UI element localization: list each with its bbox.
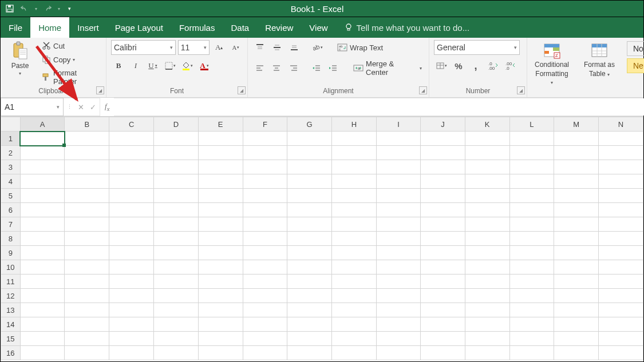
cell[interactable]	[554, 260, 599, 275]
cell[interactable]	[243, 275, 287, 289]
cell[interactable]	[287, 346, 332, 360]
cell[interactable]	[554, 132, 599, 146]
cell[interactable]	[332, 303, 377, 317]
align-middle-icon[interactable]	[270, 40, 285, 55]
cell[interactable]	[109, 332, 154, 346]
cell[interactable]	[332, 346, 377, 360]
cell[interactable]	[287, 189, 332, 203]
cell[interactable]	[109, 246, 154, 260]
cell[interactable]	[332, 232, 377, 246]
redo-icon[interactable]	[43, 4, 52, 13]
cell[interactable]	[154, 275, 199, 289]
cell[interactable]	[509, 289, 554, 303]
cell[interactable]	[65, 260, 109, 275]
cell[interactable]	[287, 289, 332, 303]
cell[interactable]	[554, 203, 599, 217]
cell[interactable]	[287, 217, 332, 232]
cell[interactable]	[554, 217, 599, 232]
cell[interactable]	[509, 317, 554, 332]
row-header[interactable]: 11	[1, 275, 21, 289]
cell[interactable]	[421, 189, 465, 203]
cell[interactable]	[287, 174, 332, 189]
undo-icon[interactable]	[20, 4, 29, 13]
cell[interactable]	[154, 303, 199, 317]
cell[interactable]	[65, 203, 109, 217]
cell-style-normal[interactable]: Normal	[627, 41, 644, 56]
decrease-indent-icon[interactable]	[309, 61, 324, 75]
accounting-format-button[interactable]: ▾	[434, 58, 449, 73]
cell[interactable]	[20, 332, 65, 346]
cell[interactable]	[332, 289, 377, 303]
cell[interactable]	[287, 203, 332, 217]
cell[interactable]	[20, 203, 65, 217]
cell[interactable]	[509, 203, 554, 217]
cell[interactable]	[376, 174, 420, 189]
cell[interactable]	[421, 217, 465, 232]
orientation-button[interactable]: ab▾	[310, 40, 325, 55]
cell[interactable]	[243, 160, 287, 174]
cell[interactable]	[465, 289, 509, 303]
tab-page-layout[interactable]: Page Layout	[107, 17, 171, 38]
cell[interactable]	[65, 275, 109, 289]
cell[interactable]	[65, 346, 109, 360]
cell[interactable]	[198, 160, 243, 174]
cell[interactable]	[465, 275, 509, 289]
cell[interactable]	[109, 346, 154, 360]
cell[interactable]	[421, 346, 465, 360]
cell[interactable]	[421, 260, 465, 275]
row-header[interactable]: 15	[1, 332, 21, 346]
cell[interactable]	[599, 260, 643, 275]
column-header[interactable]: F	[243, 117, 287, 132]
cell[interactable]	[20, 246, 65, 260]
cell[interactable]	[554, 289, 599, 303]
cell[interactable]	[421, 275, 465, 289]
cell[interactable]	[599, 232, 643, 246]
cell[interactable]	[421, 246, 465, 260]
cell[interactable]	[509, 174, 554, 189]
cell[interactable]	[332, 203, 377, 217]
cell[interactable]	[287, 232, 332, 246]
row-header[interactable]: 3	[1, 160, 21, 174]
column-header[interactable]: A	[20, 117, 65, 132]
cell[interactable]	[109, 217, 154, 232]
cell[interactable]	[599, 289, 643, 303]
cell[interactable]	[243, 289, 287, 303]
cell[interactable]	[376, 332, 420, 346]
cell[interactable]	[599, 246, 643, 260]
cell[interactable]	[376, 189, 420, 203]
cell[interactable]	[376, 260, 420, 275]
row-header[interactable]: 9	[1, 246, 21, 260]
cell[interactable]	[421, 303, 465, 317]
cell[interactable]	[421, 332, 465, 346]
row-header[interactable]: 8	[1, 232, 21, 246]
column-header[interactable]: N	[599, 117, 643, 132]
row-header[interactable]: 7	[1, 217, 21, 232]
cell[interactable]	[109, 232, 154, 246]
cell[interactable]	[376, 232, 420, 246]
cell[interactable]	[154, 246, 199, 260]
cell[interactable]	[287, 246, 332, 260]
cell[interactable]	[65, 189, 109, 203]
cell[interactable]	[243, 132, 287, 146]
cell[interactable]	[332, 260, 377, 275]
cell[interactable]	[421, 289, 465, 303]
cell[interactable]	[509, 303, 554, 317]
cell[interactable]	[154, 203, 199, 217]
format-as-table-button[interactable]: Format as Table ▾	[581, 40, 618, 87]
cell[interactable]	[65, 217, 109, 232]
cell[interactable]	[243, 332, 287, 346]
cell[interactable]	[20, 275, 65, 289]
cell[interactable]	[599, 332, 643, 346]
cell[interactable]	[599, 189, 643, 203]
cell[interactable]	[465, 317, 509, 332]
column-header[interactable]: L	[509, 117, 554, 132]
cell[interactable]	[20, 346, 65, 360]
cell[interactable]	[243, 346, 287, 360]
cell[interactable]	[509, 189, 554, 203]
cell[interactable]	[376, 203, 420, 217]
cell[interactable]	[109, 189, 154, 203]
cell[interactable]	[465, 217, 509, 232]
cell[interactable]	[20, 174, 65, 189]
row-header[interactable]: 2	[1, 146, 21, 160]
font-size-select[interactable]: 11▾	[178, 40, 210, 55]
